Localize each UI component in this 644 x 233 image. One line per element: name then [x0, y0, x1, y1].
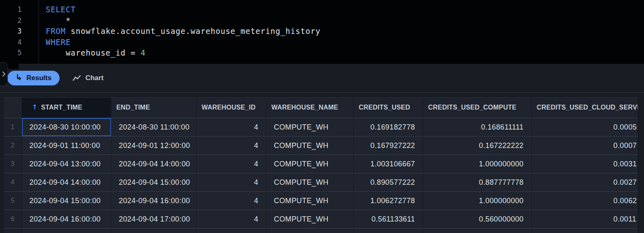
table-cell[interactable]: 4: [197, 192, 266, 210]
column-header-label: END_TIME: [116, 104, 150, 111]
column-header-label: CREDITS_USED_CLOUD_SERVICES: [537, 104, 638, 111]
row-number[interactable]: [4, 229, 22, 233]
code-line[interactable]: 2 *: [0, 15, 644, 26]
sort-ascending-icon: ↑: [32, 103, 38, 111]
table-cell[interactable]: 4: [197, 155, 266, 173]
return-arrow-icon: ↳: [16, 73, 22, 81]
table-cell[interactable]: COMPUTE_WH: [266, 118, 354, 136]
code-line[interactable]: 1SELECT: [0, 4, 644, 15]
row-number[interactable]: 2: [4, 137, 22, 155]
column-header-warehouse_name[interactable]: WAREHOUSE_NAME: [266, 97, 354, 118]
table-cell[interactable]: 2024-08-30 10:00:00: [22, 118, 111, 136]
table-row: 32024-09-04 13:00:002024-09-04 14:00:004…: [4, 155, 638, 173]
column-header-end_time[interactable]: END_TIME: [111, 97, 197, 118]
row-number[interactable]: 1: [4, 118, 22, 136]
table-row: 52024-09-04 15:00:002024-09-04 16:00:004…: [4, 192, 638, 210]
tab-chart[interactable]: Chart: [73, 74, 103, 82]
table-cell[interactable]: 2024-08-30 11:00:00: [111, 118, 197, 136]
column-header-credits_used[interactable]: CREDITS_USED: [354, 97, 423, 118]
row-number[interactable]: 6: [4, 210, 22, 228]
table-cell[interactable]: 4: [197, 173, 266, 191]
column-header-label: WAREHOUSE_ID: [202, 104, 255, 111]
code-text: warehouse_id = 4: [46, 47, 146, 58]
table-cell[interactable]: [197, 229, 266, 233]
table-cell[interactable]: 2024-09-04 17:00:00: [111, 210, 197, 228]
code-text: FROM snowflake.account_usage.warehouse_m…: [46, 26, 320, 37]
table-cell[interactable]: [532, 229, 638, 233]
table-cell[interactable]: 2024-09-04 16:00:00: [111, 192, 197, 210]
table-cell[interactable]: 1.006272778: [354, 192, 423, 210]
code-line[interactable]: 5 warehouse_id = 4: [0, 47, 644, 58]
token-plain: *: [46, 16, 71, 25]
code-line[interactable]: 3FROM snowflake.account_usage.warehouse_…: [0, 26, 644, 37]
table-cell[interactable]: 0.0007: [532, 137, 638, 155]
table-cell[interactable]: 0.0031: [532, 155, 638, 173]
table-cell[interactable]: 1.003106667: [354, 155, 423, 173]
select-all-corner[interactable]: [4, 97, 22, 118]
sql-editor[interactable]: 1SELECT2 *3FROM snowflake.account_usage.…: [0, 0, 644, 64]
table-cell[interactable]: 0.560000000: [423, 210, 532, 228]
table-row: 62024-09-04 16:00:002024-09-04 17:00:004…: [4, 210, 638, 229]
table-cell[interactable]: COMPUTE_WH: [266, 137, 354, 155]
table-cell[interactable]: 4: [197, 118, 266, 136]
column-header-start_time[interactable]: ↑START_TIME: [22, 97, 111, 118]
table-cell[interactable]: 2024-09-01 12:00:00: [111, 137, 197, 155]
table-cell[interactable]: 4: [197, 210, 266, 228]
table-cell[interactable]: COMPUTE_WH: [266, 155, 354, 173]
table-row: [4, 229, 638, 233]
code-text: SELECT: [46, 4, 76, 15]
tab-chart-label: Chart: [85, 74, 103, 82]
code-text: *: [46, 15, 71, 26]
table-cell[interactable]: 2024-09-04 13:00:00: [22, 155, 111, 173]
column-header-warehouse_id[interactable]: WAREHOUSE_ID: [197, 97, 266, 118]
table-cell[interactable]: [354, 229, 423, 233]
table-cell[interactable]: [266, 229, 354, 233]
table-cell[interactable]: 0.561133611: [354, 210, 423, 228]
table-cell[interactable]: [111, 229, 197, 233]
table-cell[interactable]: 0.168611111: [423, 118, 532, 136]
table-cell[interactable]: 0.887777778: [423, 173, 532, 191]
table-row: 22024-09-01 11:00:002024-09-01 12:00:004…: [4, 137, 638, 155]
line-number: 3: [0, 26, 22, 37]
table-cell[interactable]: 2024-09-04 15:00:00: [111, 173, 197, 191]
table-cell[interactable]: 1.000000000: [423, 192, 532, 210]
token-kw: WHERE: [46, 38, 71, 47]
table-cell[interactable]: 0.0011: [532, 210, 638, 228]
column-header-label: CREDITS_USED_COMPUTE: [428, 104, 516, 111]
trend-line-icon: [73, 75, 81, 81]
column-header-label: CREDITS_USED: [359, 104, 410, 111]
table-cell[interactable]: [423, 229, 532, 233]
column-header-credits_used_compute[interactable]: CREDITS_USED_COMPUTE: [423, 97, 532, 118]
table-cell[interactable]: 2024-09-04 14:00:00: [111, 155, 197, 173]
expand-side-panel-button[interactable]: [0, 62, 8, 86]
table-cell[interactable]: 2024-09-04 16:00:00: [22, 210, 111, 228]
column-header-credits_used_cloud_services[interactable]: CREDITS_USED_CLOUD_SERVICES: [532, 97, 638, 118]
row-number[interactable]: 4: [4, 173, 22, 191]
table-cell[interactable]: 0.890577222: [354, 173, 423, 191]
table-cell[interactable]: 2024-09-04 15:00:00: [22, 192, 111, 210]
line-number: 1: [0, 4, 22, 15]
table-cell[interactable]: 0.0062: [532, 192, 638, 210]
code-line[interactable]: 4WHERE: [0, 37, 644, 48]
table-cell[interactable]: 0.167927222: [354, 137, 423, 155]
table-cell[interactable]: 0.167222222: [423, 137, 532, 155]
table-cell[interactable]: 2024-09-04 14:00:00: [22, 173, 111, 191]
column-header-label: WAREHOUSE_NAME: [271, 104, 338, 111]
table-cell[interactable]: 2024-09-01 11:00:00: [22, 137, 111, 155]
table-cell[interactable]: 0.169182778: [354, 118, 423, 136]
tab-results[interactable]: ↳ Results: [7, 71, 60, 85]
table-cell[interactable]: [22, 229, 111, 233]
table-cell[interactable]: COMPUTE_WH: [266, 210, 354, 228]
column-header-label: START_TIME: [41, 104, 82, 111]
table-cell[interactable]: 1.000000000: [423, 155, 532, 173]
row-number[interactable]: 3: [4, 155, 22, 173]
line-number: 2: [0, 15, 22, 26]
token-plain: warehouse_id =: [46, 48, 141, 57]
table-cell[interactable]: 0.0005: [532, 118, 638, 136]
results-tabbar: ↳ Results Chart: [0, 64, 644, 93]
table-cell[interactable]: 4: [197, 137, 266, 155]
table-cell[interactable]: COMPUTE_WH: [266, 173, 354, 191]
table-cell[interactable]: COMPUTE_WH: [266, 192, 354, 210]
table-cell[interactable]: 0.0027: [532, 173, 638, 191]
row-number[interactable]: 5: [4, 192, 22, 210]
